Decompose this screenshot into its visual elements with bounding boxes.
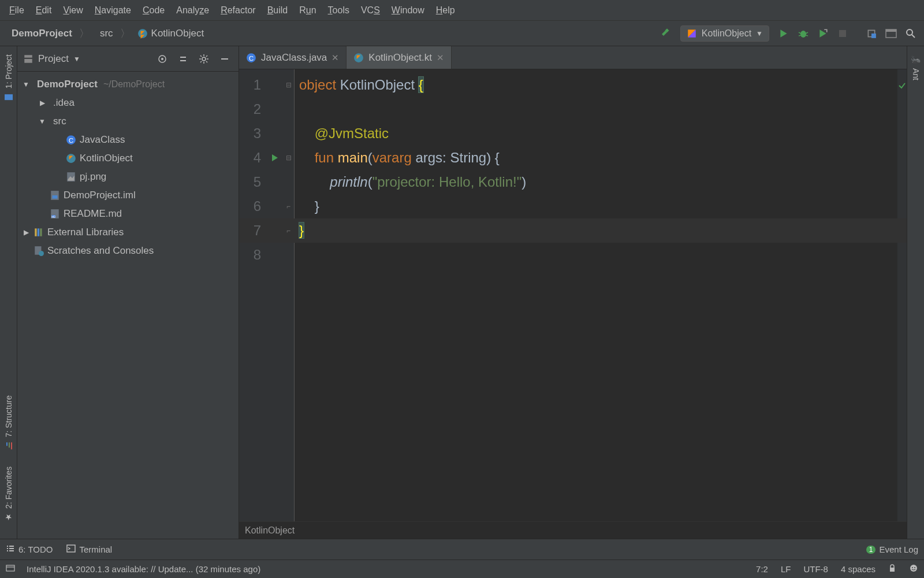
tree-readme-file[interactable]: MD README.md (20, 205, 236, 223)
fold-handle[interactable]: ⊟ (283, 146, 294, 170)
ant-icon: 🐜 (911, 54, 921, 65)
tree-kotlin-object[interactable]: KotlinObject (20, 149, 236, 168)
status-indent[interactable]: 4 spaces (841, 564, 875, 574)
search-everywhere-icon[interactable] (901, 24, 921, 43)
tree-root[interactable]: ▼ DemoProject ~/DemoProject (20, 75, 236, 94)
tree-scratches[interactable]: Scratches and Consoles (20, 242, 236, 260)
menu-navigate[interactable]: Navigate (89, 3, 137, 18)
tab-kotlin-object[interactable]: KotlinObject.kt ✕ (346, 46, 452, 69)
run-line-marker[interactable] (267, 146, 283, 170)
chevron-down-icon[interactable]: ▼ (73, 55, 80, 63)
build-hammer-icon[interactable] (656, 24, 676, 43)
tool-window-terminal[interactable]: Terminal (66, 544, 112, 555)
tree-kotlin-object-label: KotlinObject (80, 153, 133, 164)
debug-button[interactable] (793, 24, 813, 43)
svg-point-81 (912, 567, 913, 568)
tree-java-class[interactable]: C JavaClass (20, 131, 236, 149)
menu-build[interactable]: Build (262, 3, 294, 18)
run-configuration-selector[interactable]: KotlinObject ▼ (680, 25, 769, 42)
tool-window-structure[interactable]: 7: Structure (3, 391, 14, 455)
update-project-icon[interactable] (862, 24, 881, 43)
tree-external-libs[interactable]: ▶ External Libraries (20, 223, 236, 242)
fold-handle[interactable]: ⊟ (283, 73, 294, 97)
svg-rect-72 (7, 548, 8, 549)
module-file-icon (50, 190, 60, 201)
svg-point-51 (66, 154, 76, 163)
tree-pj-png[interactable]: pj.png (20, 168, 236, 186)
tool-window-ant[interactable]: 🐜 Ant (911, 50, 921, 85)
tool-window-favorites[interactable]: ★ 2: Favorites (3, 462, 14, 527)
svg-line-12 (806, 32, 808, 34)
svg-line-40 (200, 61, 202, 62)
svg-point-82 (914, 567, 915, 568)
todo-icon (6, 544, 15, 555)
run-with-coverage-button[interactable] (813, 24, 833, 43)
chevron-down-icon[interactable]: ▼ (22, 80, 30, 88)
locate-icon[interactable] (154, 51, 170, 67)
bottom-tool-bar: 6: TODO Terminal 1 Event Log (0, 539, 924, 560)
stop-button[interactable] (833, 24, 852, 43)
editor-analysis-strip[interactable] (897, 69, 907, 521)
tree-idea-folder[interactable]: ▶ .idea (20, 94, 236, 112)
menu-run[interactable]: Run (293, 3, 322, 18)
event-log-badge: 1 (866, 546, 876, 554)
status-inspector-icon[interactable] (909, 564, 918, 575)
fold-gutter: ⊟ ⊟ ⌐ ⌐ (283, 69, 295, 521)
menu-file[interactable]: File (3, 3, 30, 18)
status-message[interactable]: IntelliJ IDEA 2020.1.3 available: // Upd… (27, 564, 260, 574)
code-content[interactable]: object KotlinObject { @JvmStatic fun mai… (295, 69, 897, 521)
tool-window-project[interactable]: 1: Project (3, 50, 14, 107)
tree-iml-file[interactable]: DemoProject.iml (20, 186, 236, 205)
menu-code[interactable]: Code (137, 3, 170, 18)
svg-rect-27 (24, 55, 32, 58)
svg-point-64 (39, 251, 44, 256)
menu-tools[interactable]: Tools (322, 3, 355, 18)
ide-layout-icon[interactable] (881, 24, 901, 43)
settings-gear-icon[interactable] (196, 51, 212, 67)
menu-view[interactable]: View (57, 3, 88, 18)
svg-rect-71 (9, 546, 14, 547)
call-println: println (330, 174, 367, 190)
svg-line-38 (200, 55, 202, 57)
run-button[interactable] (774, 24, 793, 43)
line-number: 2 (239, 97, 261, 121)
status-encoding[interactable]: UTF-8 (803, 564, 828, 574)
menu-analyze[interactable]: Analyze (170, 3, 215, 18)
svg-point-80 (910, 565, 917, 572)
svg-point-21 (907, 29, 912, 35)
tool-window-favorites-label: 2: Favorites (4, 466, 13, 509)
breadcrumb-project[interactable]: DemoProject (3, 25, 77, 42)
project-view-icon (23, 54, 33, 64)
close-tab-icon[interactable]: ✕ (331, 53, 339, 63)
main-area: 1: Project 7: Structure ★ 2: Favorites P… (0, 46, 924, 539)
status-line-ending[interactable]: LF (781, 564, 791, 574)
close-tab-icon[interactable]: ✕ (437, 53, 444, 63)
status-notification-icon[interactable] (6, 564, 15, 575)
collapse-all-icon[interactable] (175, 51, 191, 67)
tree-src-folder[interactable]: ▼ src (20, 112, 236, 131)
breadcrumb-file-label: KotlinObject (151, 28, 204, 39)
menu-window[interactable]: Window (386, 3, 430, 18)
breadcrumb-file[interactable]: KotlinObject (133, 25, 209, 42)
menu-help[interactable]: Help (430, 3, 461, 18)
svg-rect-25 (9, 443, 10, 448)
menu-vcs[interactable]: VCS (355, 3, 386, 18)
chevron-right-icon[interactable]: ▶ (38, 99, 46, 107)
hide-panel-icon[interactable] (217, 51, 233, 67)
breadcrumb-src[interactable]: src (92, 25, 118, 42)
code-editor[interactable]: 1 2 3 4 5 6 7 8 ⊟ ⊟ ⌐ ⌐ (239, 69, 907, 521)
project-panel-title: Project (38, 53, 69, 65)
tool-window-event-log[interactable]: 1 Event Log (866, 544, 918, 554)
tool-window-todo[interactable]: 6: TODO (6, 544, 53, 555)
menu-refactor[interactable]: Refactor (215, 3, 261, 18)
params: args: String) (412, 150, 495, 165)
tree-src-label: src (53, 116, 66, 127)
chevron-down-icon[interactable]: ▼ (38, 117, 46, 125)
menu-edit[interactable]: Edit (30, 3, 58, 18)
status-lock-icon[interactable] (888, 564, 896, 574)
status-caret-position[interactable]: 7:2 (756, 564, 768, 574)
chevron-right-icon[interactable]: ▶ (22, 228, 30, 236)
editor-breadcrumb[interactable]: KotlinObject (239, 521, 907, 539)
tab-java-class[interactable]: C JavaClass.java ✕ (239, 46, 346, 69)
image-file-icon (66, 172, 76, 182)
